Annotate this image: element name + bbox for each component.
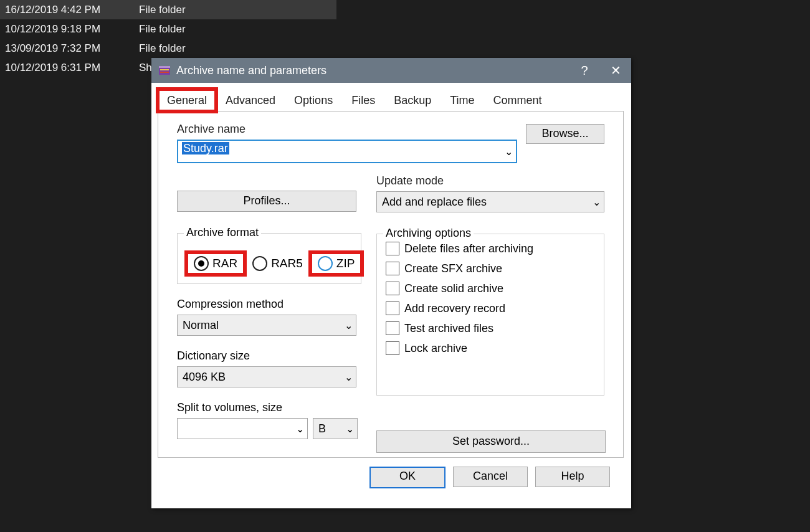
profiles-button[interactable]: Profiles...	[177, 191, 356, 212]
titlebar[interactable]: Archive name and parameters ? ✕	[151, 58, 631, 83]
svg-rect-2	[160, 69, 169, 70]
chevron-down-icon[interactable]: ⌄	[501, 146, 516, 158]
radio-icon	[318, 256, 333, 271]
winrar-icon	[158, 64, 171, 77]
tab-files[interactable]: Files	[342, 89, 384, 112]
checkbox-icon	[386, 282, 399, 295]
compression-label: Compression method	[177, 298, 361, 311]
svg-rect-1	[159, 66, 170, 68]
opt-test[interactable]: Test archived files	[386, 321, 595, 335]
dialog-buttons: OK Cancel Help	[158, 458, 624, 488]
cancel-button[interactable]: Cancel	[453, 467, 528, 487]
file-type: File folder	[139, 4, 186, 16]
tab-options[interactable]: Options	[285, 89, 342, 112]
opt-lock[interactable]: Lock archive	[386, 341, 595, 355]
tab-comment[interactable]: Comment	[484, 89, 551, 112]
file-type: File folder	[139, 42, 186, 55]
ok-button[interactable]: OK	[369, 467, 446, 488]
checkbox-icon	[386, 242, 399, 255]
set-password-button[interactable]: Set password...	[376, 430, 606, 453]
options-legend: Archiving options	[383, 227, 474, 240]
tab-backup[interactable]: Backup	[384, 89, 441, 112]
browse-button[interactable]: Browse...	[526, 124, 604, 144]
chevron-down-icon: ⌄	[341, 371, 356, 383]
close-icon: ✕	[611, 63, 621, 78]
close-button[interactable]: ✕	[600, 58, 631, 83]
split-unit-select[interactable]: B ⌄	[313, 418, 358, 439]
opt-delete-after[interactable]: Delete files after archiving	[386, 242, 595, 255]
archive-dialog: Archive name and parameters ? ✕ General …	[151, 58, 631, 508]
archive-name-input[interactable]: Study.rar ⌄	[177, 140, 517, 163]
opt-sfx[interactable]: Create SFX archive	[386, 262, 595, 275]
split-size-input[interactable]: ⌄	[177, 418, 308, 439]
list-item[interactable]: 16/12/2019 4:42 PM File folder	[0, 0, 336, 19]
compression-select[interactable]: Normal ⌄	[177, 315, 356, 336]
dialog-title: Archive name and parameters	[176, 64, 569, 77]
update-label: Update mode	[376, 174, 604, 188]
chevron-down-icon: ⌄	[341, 320, 356, 331]
update-mode-select[interactable]: Add and replace files ⌄	[376, 191, 604, 212]
radio-zip[interactable]: ZIP	[310, 252, 363, 275]
list-item[interactable]: 13/09/2019 7:32 PM File folder	[0, 39, 336, 58]
checkbox-icon	[386, 321, 399, 335]
file-date: 10/12/2019 6:31 PM	[0, 62, 139, 74]
chevron-down-icon: ⌄	[292, 423, 307, 435]
dictionary-select[interactable]: 4096 KB ⌄	[177, 366, 356, 387]
checkbox-icon	[386, 341, 399, 355]
radio-icon	[252, 256, 267, 271]
checkbox-icon	[386, 262, 399, 275]
tab-time[interactable]: Time	[441, 89, 484, 112]
file-date: 10/12/2019 9:18 PM	[0, 23, 139, 36]
split-label: Split to volumes, size	[177, 401, 361, 414]
tab-content: Archive name Study.rar ⌄ Browse... Profi…	[158, 112, 624, 458]
dictionary-label: Dictionary size	[177, 349, 361, 363]
chevron-down-icon: ⌄	[342, 423, 357, 435]
radio-icon	[194, 256, 209, 271]
help-button[interactable]: ?	[569, 58, 600, 83]
file-type: File folder	[139, 23, 186, 36]
format-legend: Archive format	[184, 226, 261, 239]
file-date: 16/12/2019 4:42 PM	[0, 4, 139, 16]
radio-rar[interactable]: RAR	[186, 252, 245, 275]
archive-name-value[interactable]: Study.rar	[178, 142, 501, 161]
checkbox-icon	[386, 302, 399, 315]
radio-rar5[interactable]: RAR5	[245, 252, 310, 275]
list-item[interactable]: 10/12/2019 9:18 PM File folder	[0, 19, 336, 39]
chevron-down-icon: ⌄	[589, 196, 604, 208]
tab-strip: General Advanced Options Files Backup Ti…	[158, 89, 624, 112]
opt-recovery[interactable]: Add recovery record	[386, 302, 595, 315]
archive-name-label: Archive name	[177, 123, 517, 136]
help-button[interactable]: Help	[535, 467, 610, 487]
opt-solid[interactable]: Create solid archive	[386, 282, 595, 295]
tab-advanced[interactable]: Advanced	[216, 89, 285, 112]
tab-general[interactable]: General	[158, 89, 216, 112]
file-date: 13/09/2019 7:32 PM	[0, 42, 139, 55]
svg-rect-3	[160, 72, 169, 73]
